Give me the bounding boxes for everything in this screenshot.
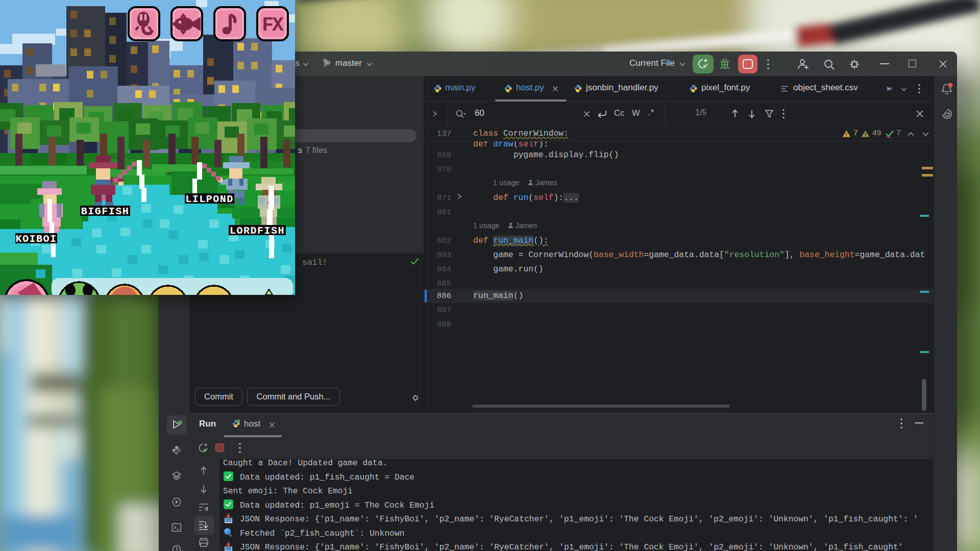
- svg-text:FX: FX: [262, 14, 284, 36]
- svg-text:LILPOND: LILPOND: [185, 193, 234, 205]
- svg-text:KOIBOI: KOIBOI: [15, 233, 57, 245]
- svg-text:LORDFISH: LORDFISH: [230, 225, 285, 237]
- svg-text:BIGFISH: BIGFISH: [81, 206, 130, 217]
